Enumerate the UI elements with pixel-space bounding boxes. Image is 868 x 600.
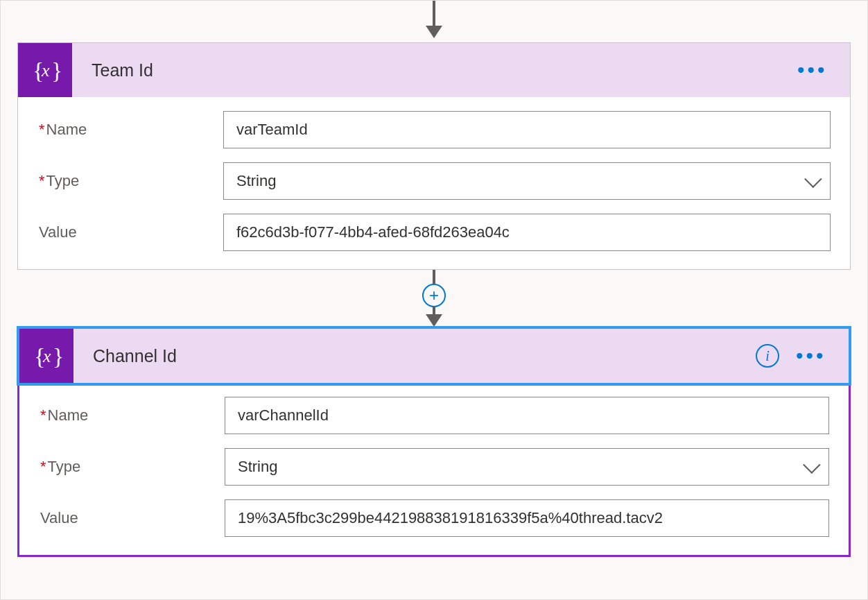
- svg-text:x: x: [41, 60, 50, 80]
- card-header[interactable]: { x } Team Id •••: [18, 43, 850, 97]
- field-label: Value: [39, 509, 225, 527]
- field-row-value: Value 19%3A5fbc3c299be442198838191816339…: [39, 499, 829, 537]
- more-menu-button[interactable]: •••: [797, 67, 825, 74]
- flow-canvas: { x } Team Id ••• *Name varTeamId *Type …: [0, 0, 868, 600]
- svg-text:}: }: [53, 343, 63, 369]
- name-input[interactable]: varTeamId: [223, 111, 831, 148]
- field-label: *Name: [37, 121, 223, 139]
- connector: +: [1, 270, 867, 327]
- field-label: Value: [37, 223, 223, 241]
- card-title: Channel Id: [93, 346, 756, 366]
- card-body: *Name varChannelId *Type String Value 19…: [19, 383, 849, 555]
- svg-text:x: x: [42, 346, 51, 366]
- arrow-down-icon: [426, 26, 442, 38]
- field-row-type: *Type String: [37, 162, 831, 200]
- connector-arrow-top: [1, 1, 867, 42]
- variable-icon: { x }: [18, 43, 72, 97]
- type-select[interactable]: String: [223, 162, 831, 200]
- arrow-down-icon: [426, 314, 442, 327]
- value-input[interactable]: f62c6d3b-f077-4bb4-afed-68fd263ea04c: [223, 214, 831, 251]
- type-select[interactable]: String: [225, 448, 829, 486]
- chevron-down-icon: [804, 170, 822, 187]
- field-label: *Name: [39, 406, 225, 425]
- chevron-down-icon: [803, 456, 820, 473]
- action-card-channel-id[interactable]: { x } Channel Id i ••• *Name varChannelI…: [17, 327, 851, 557]
- value-input[interactable]: 19%3A5fbc3c299be442198838191816339f5a%40…: [225, 499, 829, 537]
- svg-text:}: }: [51, 58, 62, 83]
- variable-icon: { x }: [19, 329, 73, 383]
- card-header[interactable]: { x } Channel Id i •••: [19, 329, 849, 383]
- field-row-name: *Name varTeamId: [37, 111, 831, 148]
- field-row-name: *Name varChannelId: [39, 397, 829, 434]
- add-step-button[interactable]: +: [422, 284, 446, 307]
- field-row-type: *Type String: [39, 448, 829, 486]
- card-title: Team Id: [92, 60, 797, 80]
- more-menu-button[interactable]: •••: [796, 352, 824, 359]
- field-row-value: Value f62c6d3b-f077-4bb4-afed-68fd263ea0…: [37, 214, 831, 251]
- info-icon[interactable]: i: [756, 344, 779, 368]
- card-body: *Name varTeamId *Type String Value f62c6…: [18, 97, 850, 269]
- name-input[interactable]: varChannelId: [225, 397, 829, 434]
- action-card-team-id[interactable]: { x } Team Id ••• *Name varTeamId *Type …: [17, 42, 851, 270]
- field-label: *Type: [39, 458, 225, 476]
- field-label: *Type: [37, 172, 223, 190]
